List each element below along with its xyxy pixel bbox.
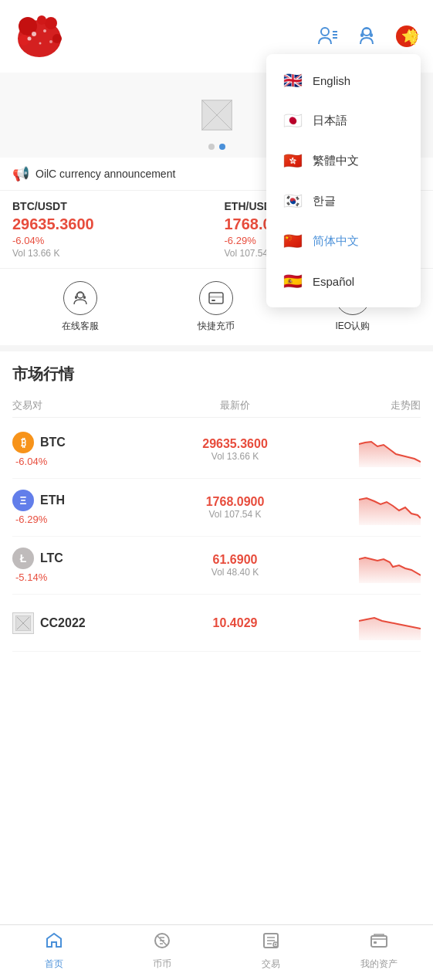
market-row-btc[interactable]: ₿ BTC -6.04% 29635.3600 Vol 13.66 K	[12, 421, 421, 479]
btc-ticker[interactable]: BTC/USDT 29635.3600 -6.04% Vol 13.66 K	[12, 200, 209, 259]
user-profile-icon[interactable]	[313, 22, 340, 50]
cc2022-price-col: 10.4029	[161, 616, 309, 630]
btc-coin-vol: Vol 13.66 K	[161, 451, 309, 462]
language-flag-icon[interactable]: ⭐ ⭐ ⭐ ⭐ ⭐	[393, 22, 421, 50]
currency-label: 币币	[153, 958, 171, 971]
btc-coin-price: 29635.3600	[161, 437, 309, 451]
banner-dots	[208, 144, 225, 150]
ltc-chart	[310, 548, 421, 583]
svg-point-4	[52, 34, 62, 43]
logo	[12, 9, 74, 63]
announcement-icon: 📢	[12, 165, 29, 182]
header-chart: 走势图	[310, 398, 421, 412]
btc-coin-change: -6.04%	[12, 456, 161, 467]
ltc-coin-change: -5.14%	[12, 571, 161, 583]
btc-info: ₿ BTC -6.04%	[12, 432, 161, 467]
customer-service-icon	[63, 281, 97, 315]
svg-point-3	[19, 35, 29, 46]
eth-coin-change: -6.29%	[12, 514, 161, 525]
english-flag: 🇬🇧	[282, 71, 303, 90]
nav-assets[interactable]: 我的资产	[325, 931, 433, 971]
eth-info: Ξ ETH -6.29%	[12, 490, 161, 525]
cc2022-coin-icon	[12, 612, 34, 634]
quick-deposit[interactable]: 快捷充币	[148, 281, 284, 333]
lang-english[interactable]: 🇬🇧 English	[266, 60, 421, 100]
china-flag: 🇨🇳	[282, 232, 303, 250]
market-row-ltc[interactable]: Ł LTC -5.14% 61.6900 Vol 48.40 K	[12, 537, 421, 595]
lang-spanish[interactable]: 🇪🇸 Español	[266, 261, 421, 301]
svg-point-5	[37, 15, 46, 25]
ltc-info: Ł LTC -5.14%	[12, 548, 161, 583]
quick-customer-service[interactable]: 在线客服	[12, 281, 148, 333]
bottom-navigation: 首页 币币 交易	[0, 924, 433, 980]
assets-icon	[370, 931, 388, 955]
dot-1	[208, 144, 215, 150]
ieo-label: IEO认购	[335, 320, 370, 333]
btc-coin-name: BTC	[40, 436, 66, 449]
japanese-label: 日本語	[313, 114, 347, 128]
korean-label: 한글	[313, 194, 336, 209]
spanish-label: Español	[313, 275, 354, 288]
announcement-text: OilC currency announcement	[36, 168, 175, 180]
cc2022-info: CC2022	[12, 612, 161, 634]
deposit-label: 快捷充币	[198, 320, 235, 333]
svg-rect-32	[211, 300, 215, 301]
svg-point-7	[43, 29, 46, 32]
spanish-flag: 🇪🇸	[282, 272, 303, 290]
btc-price: 29635.3600	[12, 215, 209, 233]
ltc-coin-icon: Ł	[12, 548, 34, 569]
support-icon[interactable]	[353, 22, 381, 50]
market-row-eth[interactable]: Ξ ETH -6.29% 1768.0900 Vol 107.54 K	[12, 479, 421, 537]
market-table-header: 交易对 最新价 走势图	[12, 394, 421, 418]
japanese-flag: 🇯🇵	[282, 111, 303, 130]
currency-icon	[153, 931, 171, 955]
svg-point-8	[28, 37, 32, 41]
cc2022-coin-price: 10.4029	[161, 616, 309, 630]
svg-rect-28	[75, 296, 77, 299]
traditional-chinese-label: 繁體中文	[313, 154, 359, 168]
eth-coin-price: 1768.0900	[161, 495, 309, 509]
dot-2	[219, 144, 225, 150]
btc-change: -6.04%	[12, 235, 209, 246]
btc-pair: BTC/USDT	[12, 200, 209, 212]
market-section: 市场行情 交易对 最新价 走势图 ₿ BTC -6.04% 29635.3600…	[0, 351, 433, 664]
svg-rect-49	[374, 941, 377, 944]
nav-home[interactable]: 首页	[0, 931, 108, 971]
trade-icon	[262, 931, 280, 955]
market-title: 市场行情	[12, 364, 421, 385]
trade-label: 交易	[262, 958, 280, 971]
eth-chart	[310, 490, 421, 525]
btc-chart	[310, 432, 421, 467]
svg-rect-48	[371, 936, 387, 947]
svg-rect-31	[209, 296, 223, 298]
btc-vol: Vol 13.66 K	[12, 248, 209, 259]
ltc-price-col: 61.6900 Vol 48.40 K	[161, 553, 309, 578]
language-list: 🇬🇧 English 🇯🇵 日本語 🇭🇰 繁體中文 🇰🇷 한글 🇨🇳 简体中文 …	[266, 60, 421, 301]
ltc-coin-price: 61.6900	[161, 553, 309, 567]
svg-rect-16	[360, 33, 364, 37]
ltc-coin-vol: Vol 48.40 K	[161, 567, 309, 578]
market-row-cc2022[interactable]: CC2022 10.4029	[12, 595, 421, 652]
lang-korean[interactable]: 🇰🇷 한글	[266, 181, 421, 221]
svg-point-11	[321, 28, 329, 36]
nav-currency[interactable]: 币币	[108, 931, 216, 971]
header-pair: 交易对	[12, 398, 161, 412]
cc2022-coin-name: CC2022	[40, 616, 86, 630]
english-label: English	[313, 74, 350, 87]
deposit-icon	[199, 281, 233, 315]
header-price: 最新价	[161, 398, 309, 412]
eth-price-col: 1768.0900 Vol 107.54 K	[161, 495, 309, 520]
cc2022-chart	[310, 605, 421, 640]
home-icon	[45, 931, 63, 955]
nav-trade[interactable]: 交易	[217, 931, 325, 971]
korean-flag: 🇰🇷	[282, 192, 303, 210]
lang-simplified-chinese[interactable]: 🇨🇳 简体中文	[266, 221, 421, 261]
svg-rect-17	[370, 33, 373, 37]
eth-coin-name: ETH	[40, 493, 65, 507]
svg-text:⭐: ⭐	[409, 38, 417, 46]
eth-coin-vol: Vol 107.54 K	[161, 509, 309, 520]
lang-traditional-chinese[interactable]: 🇭🇰 繁體中文	[266, 141, 421, 181]
lang-japanese[interactable]: 🇯🇵 日本語	[266, 100, 421, 141]
btc-coin-icon: ₿	[12, 432, 34, 453]
simplified-chinese-label: 简体中文	[313, 234, 359, 249]
